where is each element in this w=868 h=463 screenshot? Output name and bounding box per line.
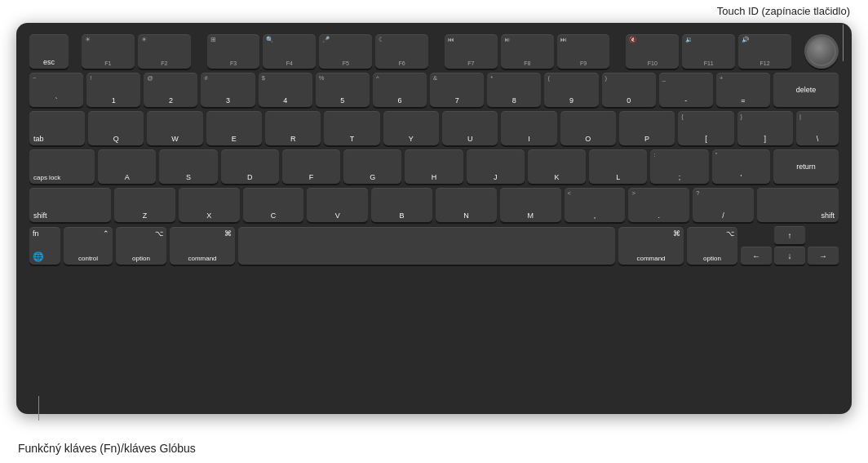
zxcv-row: shift Z X C V B N M < , > . ? / shift [29, 188, 839, 222]
key-j[interactable]: J [467, 149, 525, 184]
key-f11[interactable]: 🔉 F11 [682, 34, 735, 69]
key-arrow-left[interactable]: ← [741, 247, 772, 265]
option-right-symbol: ⌥ [726, 229, 734, 238]
control-up-arrow: ⌃ [103, 229, 109, 238]
key-command-left[interactable]: ⌘ command [170, 227, 235, 265]
key-return[interactable]: return [773, 149, 839, 184]
key-fn-globe[interactable]: fn 🌐 [29, 227, 60, 265]
key-r[interactable]: R [265, 111, 321, 145]
globe-icon: 🌐 [33, 252, 44, 262]
key-equals[interactable]: + = [716, 73, 770, 107]
key-e[interactable]: E [206, 111, 262, 145]
key-bracket-left[interactable]: { [ [678, 111, 733, 145]
key-minus[interactable]: _ - [659, 73, 713, 107]
key-n[interactable]: N [436, 188, 497, 222]
key-k[interactable]: K [528, 149, 586, 184]
key-f9[interactable]: ⏭ F9 [557, 34, 610, 69]
key-q[interactable]: Q [88, 111, 144, 145]
key-f8[interactable]: ⏯ F8 [501, 34, 554, 69]
key-slash[interactable]: ? / [693, 188, 754, 222]
key-7[interactable]: & 7 [430, 73, 484, 107]
key-v[interactable]: V [307, 188, 368, 222]
key-2[interactable]: @ 2 [144, 73, 197, 107]
key-p[interactable]: P [619, 111, 675, 145]
key-arrow-up[interactable]: ↑ [774, 226, 805, 244]
key-period[interactable]: > . [628, 188, 689, 222]
key-arrow-right[interactable]: → [808, 247, 839, 265]
key-option-right[interactable]: ⌥ option [687, 227, 737, 265]
key-shift-left[interactable]: shift [29, 188, 111, 222]
key-f3[interactable]: ⊞ F3 [207, 34, 260, 69]
key-3[interactable]: # 3 [201, 73, 255, 107]
key-h[interactable]: H [405, 149, 463, 184]
key-l[interactable]: L [589, 149, 647, 184]
key-u[interactable]: U [442, 111, 498, 145]
callout-fn-globe: Funkčný kláves (Fn)/kláves Glóbus [18, 442, 196, 455]
key-control[interactable]: ⌃ control [64, 227, 113, 265]
key-bracket-right[interactable]: } ] [737, 111, 793, 145]
key-command-right[interactable]: ⌘ command [618, 227, 684, 265]
key-backslash[interactable]: | \ [796, 111, 839, 145]
key-9[interactable]: ( 9 [544, 73, 598, 107]
key-1[interactable]: ! 1 [86, 73, 140, 107]
keyboard: esc ☀ F1 ☀ F2 ⊞ F3 🔍 F4 🎤 F5 ☾ F6 [16, 23, 852, 414]
key-8[interactable]: * 8 [487, 73, 541, 107]
callout-line-touch-id [843, 24, 844, 61]
arrow-key-cluster: ↑ ← ↓ → [741, 226, 839, 265]
key-arrow-down[interactable]: ↓ [774, 247, 805, 265]
key-f1[interactable]: ☀ F1 [82, 34, 135, 69]
fn-label: fn [33, 229, 39, 238]
option-left-label: option [132, 255, 150, 262]
key-d[interactable]: D [221, 149, 279, 184]
key-x[interactable]: X [179, 188, 240, 222]
key-f7[interactable]: ⏮ F7 [445, 34, 498, 69]
key-f4[interactable]: 🔍 F4 [263, 34, 316, 69]
key-f2[interactable]: ☀ F2 [138, 34, 191, 69]
key-i[interactable]: I [501, 111, 556, 145]
asdf-row: caps lock A S D F G H J K L : ; " ' retu… [29, 149, 839, 184]
number-row: ~ ` ! 1 @ 2 # 3 $ 4 % 5 ^ 6 & 7 [29, 73, 839, 107]
key-semicolon[interactable]: : ; [650, 149, 708, 184]
fn-key-row: esc ☀ F1 ☀ F2 ⊞ F3 🔍 F4 🎤 F5 ☾ F6 [29, 34, 839, 69]
key-w[interactable]: W [147, 111, 202, 145]
key-z[interactable]: Z [114, 188, 175, 222]
key-option-left[interactable]: ⌥ option [116, 227, 166, 265]
key-f6[interactable]: ☾ F6 [375, 34, 428, 69]
key-tab[interactable]: tab [29, 111, 85, 145]
key-backtick[interactable]: ~ ` [29, 73, 83, 107]
key-shift-right[interactable]: shift [757, 188, 839, 222]
key-quote[interactable]: " ' [712, 149, 770, 184]
key-s[interactable]: S [159, 149, 217, 184]
key-capslock[interactable]: caps lock [29, 149, 95, 184]
key-f10[interactable]: 🔇 F10 [626, 34, 679, 69]
key-g[interactable]: G [343, 149, 401, 184]
key-spacebar[interactable] [238, 227, 615, 265]
key-delete[interactable]: delete [773, 73, 839, 107]
key-comma[interactable]: < , [565, 188, 626, 222]
control-label: control [78, 255, 98, 262]
key-y[interactable]: Y [383, 111, 439, 145]
key-m[interactable]: M [500, 188, 561, 222]
key-4[interactable]: $ 4 [259, 73, 312, 107]
command-right-symbol: ⌘ [673, 229, 680, 238]
key-t[interactable]: T [324, 111, 379, 145]
touch-id-key[interactable] [804, 34, 839, 69]
key-5[interactable]: % 5 [316, 73, 370, 107]
key-b[interactable]: B [371, 188, 432, 222]
command-right-label: command [636, 255, 665, 262]
key-f12[interactable]: 🔊 F12 [738, 34, 791, 69]
key-a[interactable]: A [98, 149, 156, 184]
key-f5[interactable]: 🎤 F5 [319, 34, 372, 69]
option-left-symbol: ⌥ [155, 229, 163, 238]
key-0[interactable]: ) 0 [602, 73, 656, 107]
command-left-label: command [188, 255, 216, 262]
key-6[interactable]: ^ 6 [373, 73, 427, 107]
key-c[interactable]: C [243, 188, 304, 222]
touch-id-circle [807, 37, 836, 66]
option-right-label: option [703, 255, 721, 262]
key-esc[interactable]: esc [29, 34, 69, 69]
key-f[interactable]: F [282, 149, 340, 184]
bottom-row: fn 🌐 ⌃ control ⌥ option ⌘ command ⌘ comm… [29, 226, 839, 265]
command-left-symbol: ⌘ [224, 229, 232, 238]
key-o[interactable]: O [560, 111, 616, 145]
